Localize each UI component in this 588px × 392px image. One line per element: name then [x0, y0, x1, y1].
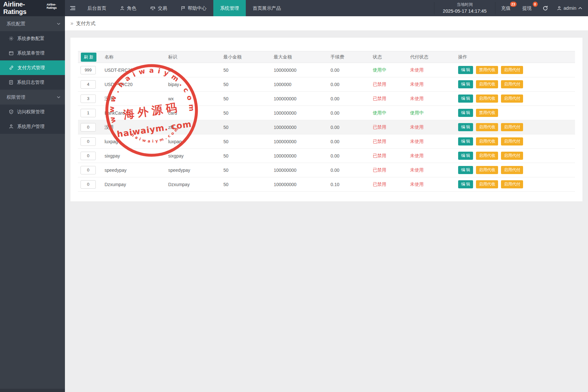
enable-collection-button[interactable]: 启用代收: [476, 137, 498, 145]
page-title: 支付方式: [76, 20, 95, 27]
enable-payout-button[interactable]: 启用代付: [501, 180, 523, 188]
status-badge: 使用中: [373, 67, 386, 72]
edit-button[interactable]: 编 辑: [458, 66, 473, 74]
disable-collection-button[interactable]: 禁用代收: [476, 66, 498, 74]
sidebar: 系统配置系统参数配置系统菜单管理支付方式管理系统日志管理权限管理访问权限管理系统…: [0, 16, 65, 392]
table-header-code: 标识: [168, 54, 223, 60]
sort-input[interactable]: [81, 95, 96, 103]
enable-payout-button[interactable]: 启用代付: [501, 123, 523, 131]
edit-button[interactable]: 编 辑: [458, 109, 473, 117]
disable-collection-button[interactable]: 禁用代收: [476, 109, 498, 117]
edit-button[interactable]: 编 辑: [458, 152, 473, 160]
recharge-button[interactable]: 充值 23: [495, 0, 517, 16]
sort-input[interactable]: [81, 166, 96, 174]
cell-payout: 未使用: [410, 139, 458, 145]
enable-collection-button[interactable]: 启用代收: [476, 80, 498, 88]
payout-badge: 未使用: [410, 124, 424, 130]
refresh-table-button[interactable]: 刷 新: [81, 53, 96, 62]
cell-status: 已禁用: [373, 124, 410, 130]
sidebar-group-permissions[interactable]: 权限管理: [0, 90, 65, 105]
edit-button[interactable]: 编 辑: [458, 80, 473, 88]
enable-collection-button[interactable]: 启用代收: [476, 166, 498, 174]
recharge-label: 充值: [501, 5, 511, 11]
table-header-min: 最小金额: [223, 54, 274, 60]
edit-button[interactable]: 编 辑: [458, 166, 473, 174]
app-logo-text: Airline-Ratings: [3, 1, 46, 16]
table-row: 没用wx501000000000.00已禁用未使用编 辑启用代收启用代付: [78, 92, 575, 106]
topnav-item-trade[interactable]: 交易: [143, 0, 174, 16]
enable-payout-button[interactable]: 启用代付: [501, 80, 523, 88]
table-header-fee: 手续费: [331, 54, 373, 60]
table-row: sixgpaysixgpay501000000000.00已禁用未使用编 辑启用…: [78, 149, 575, 163]
sort-input[interactable]: [81, 180, 96, 189]
enable-collection-button[interactable]: 启用代收: [476, 123, 498, 131]
payout-badge: 未使用: [410, 96, 424, 101]
sort-input[interactable]: [81, 109, 96, 117]
sidebar-item-users[interactable]: 系统用户管理: [0, 119, 65, 134]
sidebar-item-label: 访问权限管理: [17, 109, 44, 115]
chevron-down-icon: [57, 23, 60, 25]
topnav-item-system[interactable]: 系统管理: [213, 0, 246, 16]
enable-collection-button[interactable]: 启用代收: [476, 180, 498, 188]
hamburger-icon[interactable]: [65, 0, 81, 16]
sidebar-item-label: 系统用户管理: [17, 124, 44, 130]
sidebar-item-params[interactable]: 系统参数配置: [0, 31, 65, 46]
refresh-icon[interactable]: [538, 6, 553, 11]
sort-input[interactable]: [81, 137, 96, 146]
topbar-right: 当地时间 2025-05-17 14:17:45 充值 23 提现 0 admi…: [434, 0, 588, 16]
topnav-item-products[interactable]: 首页展示产品: [246, 0, 288, 16]
document-icon: [9, 80, 13, 85]
cell-name: 没用: [105, 96, 168, 102]
cell-sort: [78, 137, 105, 146]
cell-status: 使用中: [373, 110, 410, 116]
cell-status: 已禁用: [373, 167, 410, 173]
enable-collection-button[interactable]: 启用代收: [476, 152, 498, 160]
topnav-item-dashboard[interactable]: 后台首页: [81, 0, 113, 16]
table-row: DzxumpayDzxumpay501000000000.10已禁用未使用编 辑…: [78, 177, 575, 192]
scales-icon: [150, 6, 156, 11]
cell-min: 50: [223, 110, 274, 116]
app-logo-superscript: Airline-Ratings: [47, 3, 65, 9]
edit-button[interactable]: 编 辑: [458, 123, 473, 131]
edit-button[interactable]: 编 辑: [458, 95, 473, 103]
cell-min: 50: [223, 182, 274, 187]
cell-status: 已禁用: [373, 153, 410, 159]
enable-payout-button[interactable]: 启用代付: [501, 137, 523, 145]
cell-sort: [78, 180, 105, 189]
sidebar-item-payments[interactable]: 支付方式管理: [0, 60, 65, 75]
sort-input[interactable]: [81, 152, 96, 160]
sidebar-item-access[interactable]: 访问权限管理: [0, 105, 65, 119]
sort-input[interactable]: [81, 80, 96, 89]
cell-min: 50: [223, 168, 274, 173]
sort-input[interactable]: [81, 123, 96, 132]
cell-actions: 编 辑启用代收启用代付: [458, 95, 575, 103]
cell-max: 100000000: [274, 153, 331, 158]
table-header: 刷 新名称标识最小金额最大金额手续费状态代付状态操作: [78, 51, 575, 63]
sidebar-group-system-config[interactable]: 系统配置: [0, 16, 65, 31]
cell-payout: 未使用: [410, 67, 458, 73]
enable-payout-button[interactable]: 启用代付: [501, 66, 523, 74]
withdraw-button[interactable]: 提现 0: [517, 0, 538, 16]
sidebar-group-items: 系统参数配置系统菜单管理支付方式管理系统日志管理: [0, 31, 65, 90]
cell-code: luxpag: [168, 139, 223, 144]
topnav-item-help[interactable]: 帮助中心: [174, 0, 213, 16]
table-header-refresh-cell: 刷 新: [78, 53, 105, 62]
status-badge: 已禁用: [373, 96, 386, 101]
edit-button[interactable]: 编 辑: [458, 180, 473, 188]
enable-payout-button[interactable]: 启用代付: [501, 95, 523, 103]
cell-min: 50: [223, 139, 274, 144]
sidebar-item-menus[interactable]: 系统菜单管理: [0, 46, 65, 60]
enable-payout-button[interactable]: 启用代付: [501, 166, 523, 174]
enable-collection-button[interactable]: 启用代收: [476, 95, 498, 103]
user-menu[interactable]: admin: [553, 6, 588, 11]
recharge-badge: 23: [510, 2, 517, 7]
enable-payout-button[interactable]: 启用代付: [501, 152, 523, 160]
topnav-item-roles[interactable]: 角色: [113, 0, 143, 16]
cell-max: 100000000: [274, 110, 331, 116]
cell-actions: 编 辑禁用代收启用代付: [458, 66, 575, 74]
sort-input[interactable]: [81, 66, 96, 74]
edit-button[interactable]: 编 辑: [458, 137, 473, 145]
cell-fee: 0.10: [331, 182, 373, 187]
app-logo[interactable]: Airline-Ratings Airline-Ratings: [0, 0, 65, 16]
sidebar-item-logs[interactable]: 系统日志管理: [0, 75, 65, 90]
